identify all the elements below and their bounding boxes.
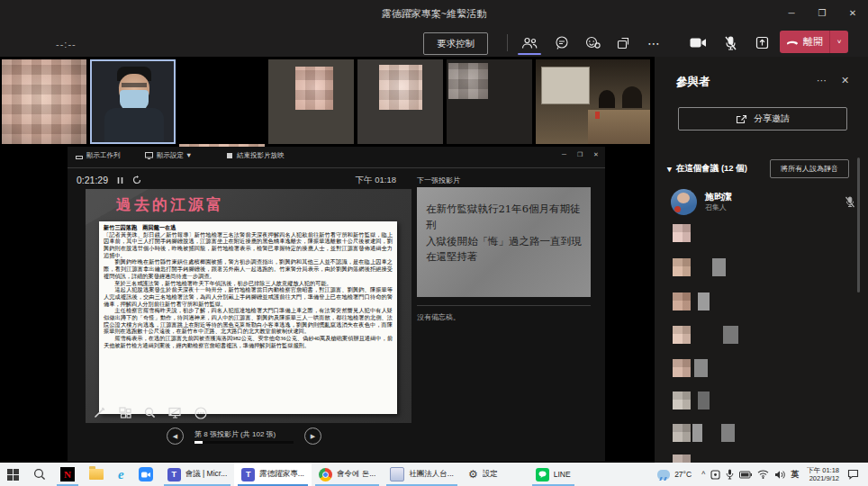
request-control-button[interactable]: 要求控制 xyxy=(423,32,488,55)
internet-explorer-icon: e xyxy=(118,467,124,482)
panel-close-icon[interactable]: ✕ xyxy=(841,75,849,86)
display-settings-button[interactable]: 顯示設定 ▼ xyxy=(145,151,193,160)
mute-all-button[interactable]: 將所有人設為靜音 xyxy=(770,159,849,178)
avatar xyxy=(673,326,691,344)
leave-button[interactable]: 離開 ˅ xyxy=(780,31,848,53)
taskbar-search-button[interactable] xyxy=(26,463,53,486)
pause-timer-icon[interactable] xyxy=(117,176,123,184)
participants-title: 參與者 xyxy=(676,75,710,90)
participant-row-organizer[interactable]: 施昀潔 召集人 xyxy=(671,186,855,217)
slide-title: 過去的江源富 xyxy=(116,194,224,215)
in-meeting-section-header[interactable]: ▾ 在這個會議 (12 個) xyxy=(667,163,747,175)
taskbar-zoom[interactable] xyxy=(131,463,160,486)
taskbar-weather[interactable]: 27°C xyxy=(650,463,699,486)
presentation-timer-row: 0:21:29 xyxy=(77,175,141,185)
more-slideshow-options-icon[interactable] xyxy=(194,406,207,419)
taskbar-organization-window[interactable]: 社團法人台... xyxy=(383,463,461,486)
tray-wifi-icon[interactable] xyxy=(755,463,772,486)
leave-options-chevron[interactable]: ˅ xyxy=(829,31,848,53)
presenter-tools xyxy=(93,406,207,419)
clock-date: 2021/9/12 xyxy=(809,474,839,482)
video-tile-meeting-room[interactable] xyxy=(536,59,650,144)
share-invite-button[interactable]: 分享邀請 xyxy=(678,107,847,130)
censored-name-block xyxy=(698,392,710,410)
censored-name-block xyxy=(694,359,708,377)
close-button[interactable]: ✕ xyxy=(837,0,868,25)
tray-mic-icon[interactable] xyxy=(723,463,737,486)
slide-navigation: ◀ 第 8 張投影片 (共 102 張) ▶ xyxy=(167,428,321,445)
presentation-timer: 0:21:29 xyxy=(77,175,108,185)
news-headline: 新竹三囚落跑 兩回籠一在逃 xyxy=(104,224,393,231)
tray-battery-icon[interactable] xyxy=(737,463,755,486)
taskbar-chrome-window[interactable]: 會令에 온... xyxy=(312,463,383,486)
video-tile-blurred-5[interactable] xyxy=(447,59,532,144)
netflix-icon: N xyxy=(60,467,75,482)
teams-icon: T xyxy=(167,468,181,482)
taskbar-clock[interactable]: 下午 01:18 2021/9/12 xyxy=(801,463,845,486)
next-slide-preview[interactable]: 在新竹監獄執行21年6個月有期徒刑 入獄後開始「悔」過之路一直到現在還堅持著 xyxy=(417,187,591,297)
restart-timer-icon[interactable] xyxy=(132,176,141,184)
participant-mic-muted-icon[interactable] xyxy=(845,196,855,208)
video-tile-speaker-masked-man[interactable] xyxy=(90,59,176,144)
start-button[interactable] xyxy=(0,463,26,486)
taskbar-item-label: 露德躍家專... xyxy=(259,469,304,480)
zoom-slide-icon[interactable] xyxy=(143,406,157,419)
windows-logo-icon xyxy=(7,469,19,481)
news-paragraph: 羅雪梅表示，在逃的江源富先前因被查獲海洛因982公克、安非他命36公克、偽鈔40… xyxy=(104,335,393,348)
next-slide-button[interactable]: ▶ xyxy=(304,428,321,445)
more-options-icon[interactable]: ⋯ xyxy=(643,34,665,51)
taskbar-teams-app-window[interactable]: T 露德躍家專... xyxy=(234,463,312,486)
ppt-minimize-icon[interactable]: ─ xyxy=(562,151,566,158)
taskbar-settings[interactable]: ⚙ 設定 xyxy=(461,463,505,486)
video-tile-blurred-4[interactable] xyxy=(357,59,443,144)
ppt-close-icon[interactable]: ✕ xyxy=(593,151,599,158)
teams-meeting-window: 露德躍家專案~維繫活動 ─ ❐ ✕ --:-- 要求控制 ⋯ xyxy=(0,0,868,486)
previous-slide-button[interactable]: ◀ xyxy=(167,428,184,445)
input-language-indicator[interactable]: 英 xyxy=(788,463,801,486)
taskbar-line[interactable]: LINE xyxy=(529,463,578,486)
gear-icon: ⚙ xyxy=(468,468,478,481)
participants-active-indicator xyxy=(518,53,541,55)
avatar xyxy=(673,424,691,442)
current-slide[interactable]: 過去的江源富 新竹三囚落跑 兩回籠一在逃 〔記者黃美珠、彭日鏡／新竹報導〕新竹地… xyxy=(86,189,411,423)
taskbar-file-explorer[interactable] xyxy=(82,463,111,486)
minimize-button[interactable]: ─ xyxy=(776,0,807,25)
camera-icon[interactable] xyxy=(687,34,709,51)
taskbar-teams-meeting-window[interactable]: T 會議 | Micr... xyxy=(160,463,235,486)
titlebar: 露德躍家專案~維繫活動 ─ ❐ ✕ xyxy=(0,0,868,27)
meeting-stage: 顯示工作列 顯示設定 ▼ 結束投影片放映 ─ ❐ ✕ xyxy=(0,57,654,463)
divider xyxy=(68,167,605,168)
news-paragraph: 這起人犯脫逃案發生於前天深夜十一時卅分，新竹地檢署當日內勤檢察官詹昭書，對江源富… xyxy=(104,286,393,307)
breakout-rooms-icon[interactable] xyxy=(612,34,634,51)
chat-icon[interactable] xyxy=(551,34,573,51)
tray-app-icon[interactable] xyxy=(708,463,723,486)
end-slideshow-button[interactable]: 結束投影片放映 xyxy=(226,151,285,160)
panel-more-icon[interactable]: ⋯ xyxy=(817,75,827,86)
tray-expand-chevron[interactable]: ^ xyxy=(699,463,708,486)
toolbar-divider xyxy=(507,34,508,51)
action-center-icon[interactable] xyxy=(845,463,868,486)
show-taskbar-button[interactable]: 顯示工作列 xyxy=(76,151,121,160)
pen-tool-icon[interactable] xyxy=(93,406,106,419)
news-paragraph: 〔記者黃美珠、彭日鏡／新竹報導〕新竹地檢署三名法警前天深夜押解四名人犯欲前往新竹… xyxy=(104,231,393,259)
sidebar-scrollbar[interactable] xyxy=(857,158,860,292)
mic-muted-icon[interactable] xyxy=(719,34,741,51)
taskbar-netflix[interactable]: N xyxy=(53,463,82,486)
weather-rain-icon xyxy=(657,470,670,480)
maximize-button[interactable]: ❐ xyxy=(807,0,837,25)
window-title: 露德躍家專案~維繫活動 xyxy=(0,7,868,21)
search-icon xyxy=(33,468,46,481)
tray-volume-icon[interactable] xyxy=(772,463,788,486)
participants-icon[interactable] xyxy=(519,34,540,51)
video-tile-blurred-3[interactable] xyxy=(268,59,354,144)
share-screen-icon[interactable] xyxy=(751,34,773,51)
zoom-app-icon xyxy=(139,467,153,482)
avatar xyxy=(673,292,691,310)
end-show-icon xyxy=(226,152,233,159)
see-all-slides-icon[interactable] xyxy=(118,406,131,419)
reactions-icon[interactable] xyxy=(582,34,603,51)
black-screen-icon[interactable] xyxy=(168,406,182,419)
ppt-restore-icon[interactable]: ❐ xyxy=(577,151,583,158)
video-tile-blurred-1[interactable] xyxy=(2,59,86,144)
taskbar-internet-explorer[interactable]: e xyxy=(111,463,131,486)
